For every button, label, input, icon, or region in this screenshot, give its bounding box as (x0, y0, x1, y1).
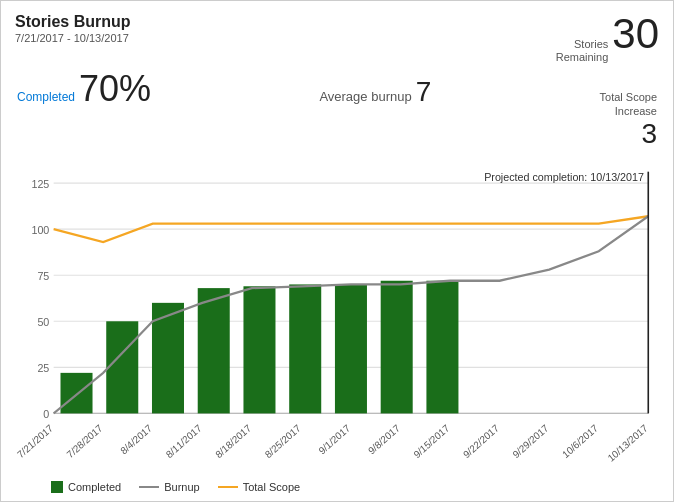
average-burnup-label: Average burnup (319, 89, 411, 104)
stories-remaining-number: 30 (612, 13, 659, 55)
svg-text:25: 25 (37, 361, 49, 373)
legend-burnup-icon (139, 486, 159, 488)
svg-text:7/21/2017: 7/21/2017 (15, 422, 55, 460)
chart-svg: 0255075100125Projected completion: 10/13… (15, 158, 659, 477)
svg-text:9/29/2017: 9/29/2017 (511, 422, 551, 460)
svg-text:75: 75 (37, 269, 49, 281)
svg-text:9/15/2017: 9/15/2017 (412, 422, 452, 460)
chart-title: Stories Burnup (15, 13, 131, 31)
legend-total-scope: Total Scope (218, 481, 300, 493)
completed-label: Completed (17, 90, 75, 104)
legend-completed-icon (51, 481, 63, 493)
svg-rect-20 (381, 280, 413, 413)
main-container: Stories Burnup 7/21/2017 - 10/13/2017 St… (0, 0, 674, 502)
svg-rect-21 (426, 280, 458, 413)
legend-completed: Completed (51, 481, 121, 493)
svg-rect-13 (61, 373, 93, 414)
legend-burnup: Burnup (139, 481, 199, 493)
header-right: StoriesRemaining 30 (556, 13, 659, 64)
svg-rect-19 (335, 284, 367, 413)
legend: Completed Burnup Total Scope (15, 481, 659, 493)
chart-area: 0255075100125Projected completion: 10/13… (15, 158, 659, 477)
svg-text:9/22/2017: 9/22/2017 (461, 422, 501, 460)
stories-remaining-block: StoriesRemaining 30 (556, 13, 659, 64)
svg-rect-14 (106, 321, 138, 413)
svg-text:125: 125 (31, 177, 49, 189)
svg-text:10/13/2017: 10/13/2017 (606, 422, 650, 464)
average-burnup-value: 7 (416, 76, 432, 108)
average-burnup-block: Average burnup 7 (319, 76, 431, 108)
svg-text:100: 100 (31, 223, 49, 235)
legend-completed-label: Completed (68, 481, 121, 493)
svg-rect-17 (243, 286, 275, 413)
total-scope-block: Total ScopeIncrease 3 (600, 91, 657, 149)
svg-text:0: 0 (43, 407, 49, 419)
svg-text:8/25/2017: 8/25/2017 (263, 422, 303, 460)
svg-text:50: 50 (37, 315, 49, 327)
stories-remaining-label: StoriesRemaining (556, 38, 609, 64)
svg-rect-16 (198, 288, 230, 413)
header: Stories Burnup 7/21/2017 - 10/13/2017 St… (15, 13, 659, 64)
svg-text:Projected completion: 10/13/20: Projected completion: 10/13/2017 (484, 170, 644, 182)
svg-text:7/28/2017: 7/28/2017 (65, 422, 105, 460)
svg-rect-18 (289, 284, 321, 413)
svg-text:9/8/2017: 9/8/2017 (366, 422, 402, 457)
svg-text:9/1/2017: 9/1/2017 (317, 422, 353, 457)
date-range: 7/21/2017 - 10/13/2017 (15, 32, 131, 44)
total-scope-value: 3 (641, 118, 657, 150)
completed-block: Completed 70% (17, 68, 151, 110)
total-scope-label: Total ScopeIncrease (600, 91, 657, 117)
legend-total-scope-icon (218, 486, 238, 488)
svg-text:8/11/2017: 8/11/2017 (164, 422, 204, 460)
svg-text:8/4/2017: 8/4/2017 (118, 422, 154, 457)
svg-text:10/6/2017: 10/6/2017 (560, 422, 600, 460)
legend-total-scope-label: Total Scope (243, 481, 300, 493)
svg-text:8/18/2017: 8/18/2017 (213, 422, 253, 460)
metrics-row: Completed 70% Average burnup 7 Total Sco… (15, 68, 659, 149)
legend-burnup-label: Burnup (164, 481, 199, 493)
header-left: Stories Burnup 7/21/2017 - 10/13/2017 (15, 13, 131, 44)
completed-value: 70% (79, 68, 151, 110)
